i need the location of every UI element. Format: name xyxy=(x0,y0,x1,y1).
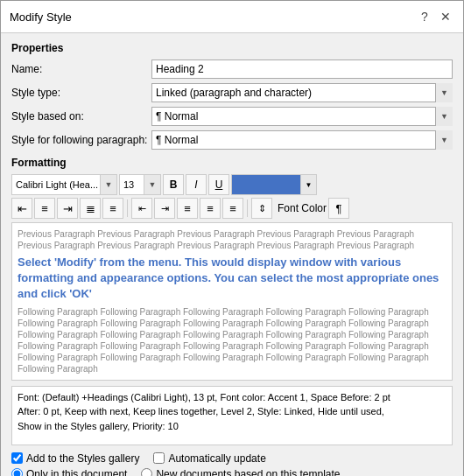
auto-update-label: Automatically update xyxy=(168,452,265,465)
font-name-select[interactable]: Calibri Light (Hea... xyxy=(11,174,117,195)
align-justify-2-button[interactable]: ≡ xyxy=(222,198,243,219)
style-type-select[interactable]: Linked (paragraph and character) xyxy=(151,83,453,102)
font-size-wrapper: 13 ▼ xyxy=(119,174,161,195)
dialog-body: Properties Name: Style type: Linked (par… xyxy=(1,33,463,476)
description-text: Font: (Default) +Headings (Calibri Light… xyxy=(18,392,390,431)
align-right-2-button[interactable]: ≡ xyxy=(200,198,221,219)
name-label: Name: xyxy=(11,63,151,75)
bold-button[interactable]: B xyxy=(163,174,184,195)
align-justify-button[interactable]: ≣ xyxy=(80,198,101,219)
color-swatch xyxy=(240,178,292,192)
add-to-styles-label: Add to the Styles gallery xyxy=(26,452,139,465)
style-type-label: Style type: xyxy=(11,87,151,99)
formatting-section: Formatting Calibri Light (Hea... ▼ 13 ▼ … xyxy=(11,157,453,219)
line-spacing-button[interactable]: ⇕ xyxy=(251,198,272,219)
color-button-group: ▼ xyxy=(231,174,317,195)
italic-button[interactable]: I xyxy=(186,174,207,195)
font-name-wrapper: Calibri Light (Hea... ▼ xyxy=(11,174,117,195)
font-color-button[interactable] xyxy=(231,174,301,195)
style-based-select[interactable]: ¶ Normal xyxy=(151,107,453,126)
underline-button[interactable]: U xyxy=(208,174,229,195)
style-based-row: Style based on: ¶ Normal ▼ xyxy=(11,107,453,126)
properties-section-label: Properties xyxy=(11,42,453,54)
font-size-select[interactable]: 13 xyxy=(119,174,161,195)
align-toolbar-row: ⇤ ≡ ⇥ ≣ ≡ ⇤ ⇥ ≡ ≡ ≡ ⇕ Font Color ¶ xyxy=(11,198,453,219)
align-right-button[interactable]: ⇥ xyxy=(57,198,78,219)
title-bar: Modify Style ? ✕ xyxy=(1,1,463,33)
paragraph-mark-button[interactable]: ¶ xyxy=(328,198,349,219)
help-button[interactable]: ? xyxy=(416,8,433,25)
modify-style-dialog: Modify Style ? ✕ Properties Name: Style … xyxy=(0,0,464,476)
formatting-section-label: Formatting xyxy=(11,157,453,169)
style-type-row: Style type: Linked (paragraph and charac… xyxy=(11,83,453,102)
toolbar-separator-1 xyxy=(127,200,128,217)
add-to-styles-checkbox[interactable] xyxy=(11,452,23,464)
new-docs-label: New documents based on this template xyxy=(156,468,340,476)
new-docs-radio-item[interactable]: New documents based on this template xyxy=(141,468,340,476)
font-toolbar-row: Calibri Light (Hea... ▼ 13 ▼ B I U xyxy=(11,174,453,195)
indent-decrease-button[interactable]: ⇤ xyxy=(131,198,152,219)
style-based-label: Style based on: xyxy=(11,110,151,122)
style-based-select-wrapper: ¶ Normal ▼ xyxy=(151,107,453,126)
style-following-select[interactable]: ¶ Normal xyxy=(151,130,453,150)
font-color-label: Font Color xyxy=(278,202,327,214)
toolbar-separator-2 xyxy=(247,200,248,217)
only-in-doc-radio[interactable] xyxy=(11,468,23,476)
style-following-select-wrapper: ¶ Normal ▼ xyxy=(151,130,453,150)
add-to-styles-checkbox-item[interactable]: Add to the Styles gallery xyxy=(11,452,139,465)
name-input[interactable] xyxy=(151,60,453,79)
indent-increase-button[interactable]: ⇥ xyxy=(154,198,175,219)
align-left-2-button[interactable]: ≡ xyxy=(177,198,198,219)
new-docs-radio[interactable] xyxy=(141,468,152,476)
preview-previous-text: Previous Paragraph Previous Paragraph Pr… xyxy=(18,228,446,251)
align-center-button[interactable]: ≡ xyxy=(34,198,55,219)
font-color-dropdown-button[interactable]: ▼ xyxy=(301,174,317,195)
title-bar-buttons: ? ✕ xyxy=(416,8,454,25)
close-button[interactable]: ✕ xyxy=(437,8,454,25)
dialog-title: Modify Style xyxy=(10,10,72,24)
description-box: Font: (Default) +Headings (Calibri Light… xyxy=(11,386,453,445)
preview-box: Previous Paragraph Previous Paragraph Pr… xyxy=(11,222,453,381)
style-following-label: Style for following paragraph: xyxy=(11,134,151,146)
only-in-doc-radio-item[interactable]: Only in this document xyxy=(11,468,127,476)
only-in-doc-label: Only in this document xyxy=(26,468,127,476)
style-type-select-wrapper: Linked (paragraph and character) ▼ xyxy=(151,83,453,102)
style-following-row: Style for following paragraph: ¶ Normal … xyxy=(11,130,453,150)
options-section: Add to the Styles gallery Automatically … xyxy=(11,452,453,476)
name-row: Name: xyxy=(11,60,453,79)
auto-update-checkbox-item[interactable]: Automatically update xyxy=(153,452,265,465)
radio-row: Only in this document New documents base… xyxy=(11,468,453,476)
auto-update-checkbox[interactable] xyxy=(153,452,165,464)
align-left-button[interactable]: ⇤ xyxy=(11,198,32,219)
checkbox-row: Add to the Styles gallery Automatically … xyxy=(11,452,453,465)
align-distribute-button[interactable]: ≡ xyxy=(102,198,123,219)
preview-main-text: Select 'Modify' from the menu. This woul… xyxy=(18,255,446,303)
preview-following-text: Following Paragraph Following Paragraph … xyxy=(18,306,446,374)
